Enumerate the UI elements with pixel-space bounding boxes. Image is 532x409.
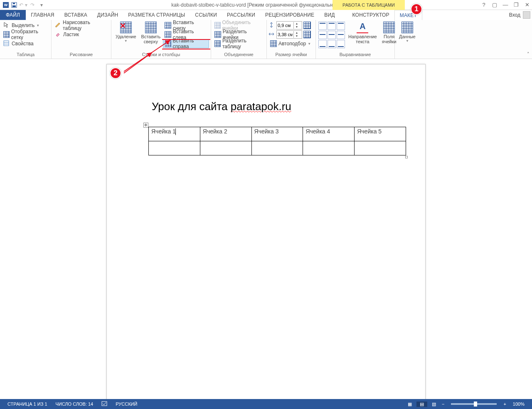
group-label-merge: Объединение bbox=[213, 51, 265, 58]
group-draw: Нарисовать таблицу Ластик Рисование bbox=[52, 20, 111, 59]
group-label-draw: Рисование bbox=[53, 51, 109, 58]
align-middle-left[interactable] bbox=[318, 31, 327, 39]
spin-up-icon[interactable]: ▲ bbox=[294, 31, 300, 34]
data-icon bbox=[401, 22, 413, 33]
save-button[interactable] bbox=[10, 1, 18, 9]
table-cell[interactable] bbox=[355, 141, 406, 155]
tab-mailings[interactable]: РАССЫЛКИ bbox=[222, 10, 260, 20]
quick-access-toolbar: W ↶ ▾ ↷ ▾ bbox=[0, 1, 46, 9]
group-merge: Объединить ячейки Разделить ячейки Разде… bbox=[211, 20, 267, 59]
spin-down-icon[interactable]: ▼ bbox=[294, 34, 300, 38]
data-button[interactable]: Данные ▼ bbox=[397, 21, 418, 51]
table-cell[interactable]: Ячейка 2 bbox=[200, 127, 251, 141]
tab-home[interactable]: ГЛАВНАЯ bbox=[26, 10, 59, 20]
status-page[interactable]: СТРАНИЦА 1 ИЗ 1 bbox=[3, 402, 52, 407]
zoom-level[interactable]: 100% bbox=[509, 402, 529, 407]
table-resize-handle[interactable] bbox=[405, 156, 408, 158]
align-top-right[interactable] bbox=[337, 22, 345, 30]
align-top-left[interactable] bbox=[318, 22, 327, 30]
eraser-button[interactable]: Ластик bbox=[53, 30, 109, 39]
tab-view[interactable]: ВИД bbox=[319, 10, 340, 20]
annotation-underline bbox=[162, 39, 210, 40]
table-cell[interactable] bbox=[303, 141, 355, 155]
split-table-button[interactable]: Разделить таблицу bbox=[213, 39, 265, 48]
align-bottom-right[interactable] bbox=[337, 40, 345, 48]
tab-review[interactable]: РЕЦЕНЗИРОВАНИЕ bbox=[260, 10, 319, 20]
align-top-center[interactable] bbox=[328, 22, 336, 30]
document-table[interactable]: Ячейка 1 Ячейка 2 Ячейка 3 Ячейка 4 Ячей… bbox=[148, 127, 406, 155]
close-button[interactable]: ✕ bbox=[524, 2, 530, 8]
qat-customize[interactable]: ▾ bbox=[37, 1, 46, 9]
group-data: Данные ▼ bbox=[395, 20, 418, 59]
properties-button[interactable]: Свойства bbox=[2, 39, 49, 48]
table-cell[interactable]: Ячейка 4 bbox=[303, 127, 355, 141]
tab-design[interactable]: ДИЗАЙН bbox=[92, 10, 123, 20]
print-layout-button[interactable]: ▤ bbox=[416, 402, 427, 407]
merge-cells-icon bbox=[214, 22, 221, 29]
status-proofing-icon[interactable] bbox=[97, 401, 111, 407]
align-middle-right[interactable] bbox=[337, 31, 345, 39]
web-layout-button[interactable]: ▧ bbox=[429, 402, 439, 407]
table-cell[interactable] bbox=[251, 141, 303, 155]
zoom-slider[interactable] bbox=[451, 403, 497, 405]
group-rows-columns: ✕ Удаление ▼ Вставить сверху Вставить сн… bbox=[111, 20, 211, 59]
help-button[interactable]: ? bbox=[480, 2, 487, 8]
distribute-columns-button[interactable] bbox=[303, 31, 311, 38]
table-cell[interactable]: Ячейка 1 bbox=[149, 127, 200, 141]
zoom-in-button[interactable]: + bbox=[501, 402, 508, 407]
row-height-input[interactable]: ▲▼ bbox=[276, 21, 302, 30]
document-page[interactable]: Урок для сайта paratapok.ru ✥ Ячейка 1 Я… bbox=[106, 64, 426, 399]
zoom-out-button[interactable]: − bbox=[439, 402, 447, 407]
delete-button[interactable]: ✕ Удаление ▼ bbox=[113, 21, 139, 51]
redo-button[interactable]: ↷ bbox=[28, 1, 37, 9]
align-bottom-center[interactable] bbox=[328, 40, 336, 48]
spin-up-icon[interactable]: ▲ bbox=[294, 22, 300, 25]
draw-table-button[interactable]: Нарисовать таблицу bbox=[53, 21, 109, 30]
read-mode-button[interactable]: ▦ bbox=[404, 402, 415, 407]
collapse-ribbon-button[interactable]: ˄ bbox=[527, 52, 530, 57]
align-bottom-left[interactable] bbox=[318, 40, 327, 48]
column-width-icon bbox=[268, 31, 275, 38]
table-cell[interactable] bbox=[149, 141, 200, 155]
distribute-rows-button[interactable] bbox=[303, 22, 311, 29]
minimize-button[interactable]: — bbox=[502, 2, 509, 8]
insert-right-button[interactable]: Вставить справа bbox=[163, 39, 209, 48]
table-row[interactable] bbox=[149, 141, 406, 155]
insert-above-button[interactable]: Вставить сверху bbox=[139, 21, 163, 51]
status-language[interactable]: РУССКИЙ bbox=[111, 402, 141, 407]
group-label-table: Таблица bbox=[2, 51, 49, 58]
tab-insert[interactable]: ВСТАВКА bbox=[59, 10, 92, 20]
restore-button[interactable]: ❐ bbox=[513, 2, 520, 8]
account-area[interactable]: Вход bbox=[509, 10, 530, 20]
table-cell[interactable] bbox=[200, 141, 251, 155]
document-heading: Урок для сайта paratapok.ru bbox=[152, 100, 291, 113]
document-area[interactable]: Урок для сайта paratapok.ru ✥ Ячейка 1 Я… bbox=[0, 59, 532, 399]
table-cell[interactable]: Ячейка 5 bbox=[355, 127, 406, 141]
account-label: Вход bbox=[509, 12, 520, 18]
undo-button[interactable]: ↶ ▾ bbox=[19, 1, 27, 9]
tab-page-layout[interactable]: РАЗМЕТКА СТРАНИЦЫ bbox=[123, 10, 190, 20]
table-cell[interactable]: Ячейка 3 bbox=[251, 127, 303, 141]
table-row[interactable]: Ячейка 1 Ячейка 2 Ячейка 3 Ячейка 4 Ячей… bbox=[149, 127, 406, 141]
view-gridlines-button[interactable]: Отобразить сетку bbox=[2, 30, 49, 39]
tab-constructor[interactable]: КОНСТРУКТОР bbox=[347, 10, 394, 20]
autofit-button[interactable]: Автоподбор ▼ bbox=[268, 39, 314, 48]
align-middle-center[interactable] bbox=[328, 31, 336, 39]
tab-references[interactable]: ССЫЛКИ bbox=[190, 10, 222, 20]
group-label-alignment: Выравнивание bbox=[318, 51, 393, 58]
insert-below-icon bbox=[165, 22, 171, 29]
column-width-input[interactable]: ▲▼ bbox=[276, 30, 302, 39]
tab-file[interactable]: ФАЙЛ bbox=[0, 10, 26, 20]
annotation-underline bbox=[162, 49, 210, 49]
table-move-handle[interactable]: ✥ bbox=[143, 123, 148, 128]
status-word-count[interactable]: ЧИСЛО СЛОВ: 14 bbox=[52, 402, 98, 407]
ribbon-tabs: ФАЙЛ ГЛАВНАЯ ВСТАВКА ДИЗАЙН РАЗМЕТКА СТР… bbox=[0, 10, 532, 20]
spin-down-icon[interactable]: ▼ bbox=[294, 25, 300, 29]
group-label-rows-columns: Строки и столбцы bbox=[113, 51, 209, 58]
text-direction-icon: A bbox=[357, 22, 368, 33]
insert-left-icon bbox=[165, 31, 171, 38]
title-bar: W ↶ ▾ ↷ ▾ kak-dobavit-stolbec-v-tablicu-… bbox=[0, 0, 532, 10]
zoom-slider-thumb[interactable] bbox=[474, 402, 477, 407]
text-direction-button[interactable]: A Направление текста bbox=[346, 21, 379, 51]
ribbon-display-options[interactable]: ▢ bbox=[491, 2, 498, 8]
